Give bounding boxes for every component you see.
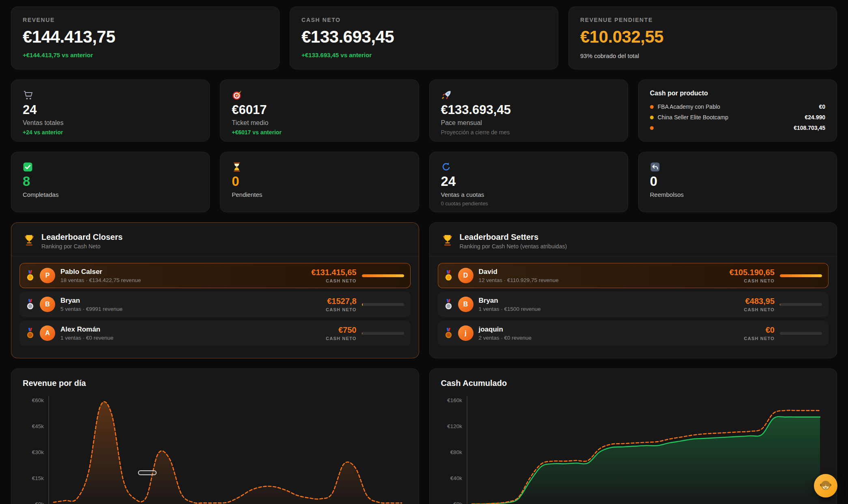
leaderboard-value: €105.190,65 bbox=[730, 268, 775, 277]
leaderboard-value-label: CASH NETO bbox=[311, 278, 356, 283]
svg-text:€80k: €80k bbox=[450, 449, 462, 455]
product-row: €108.703,45 bbox=[650, 125, 825, 131]
leaderboard-name: Alex Román bbox=[60, 325, 321, 334]
rocket-icon bbox=[441, 90, 616, 101]
stat-card-reembolsos: 0 Reembolsos bbox=[638, 152, 837, 212]
leaderboard-meta: 18 ventas · €134.422,75 revenue bbox=[60, 277, 306, 283]
progress-fill bbox=[362, 274, 404, 277]
gold-medal-icon bbox=[444, 270, 453, 281]
leaderboard-subtitle: Ranking por Cash Neto (ventas atribuidas… bbox=[460, 243, 567, 250]
stat-note: 0 cuotas pendientes bbox=[441, 200, 616, 207]
leaderboard-closers-card: Leaderboard Closers Ranking por Cash Net… bbox=[11, 222, 419, 358]
kpi-delta: +€133.693,45 vs anterior bbox=[301, 52, 547, 58]
kpi-card-cash-neto: CASH NETO €133.693,45 +€133.693,45 vs an… bbox=[290, 6, 558, 69]
leaderboard-header: Leaderboard Closers Ranking por Cash Net… bbox=[11, 223, 419, 256]
leaderboard-meta: 12 ventas · €110.929,75 revenue bbox=[479, 277, 724, 283]
leaderboard-value: €1527,8 bbox=[326, 297, 356, 306]
kpi-label: Pace mensual bbox=[441, 119, 616, 127]
leaderboard-row: A Alex Román 1 ventas · €0 revenue €750 … bbox=[19, 321, 411, 346]
chart-canvas: €160k€120k€80k€40k€0k bbox=[441, 394, 826, 504]
product-row: China Seller Elite Bootcamp €24.990 bbox=[650, 114, 825, 121]
leaderboards-row: Leaderboard Closers Ranking por Cash Net… bbox=[11, 222, 837, 358]
kpi-card-revenue: REVENUE €144.413,75 +€144.413,75 vs ante… bbox=[11, 6, 280, 69]
kpi-row-mid: 24 Ventas totales +24 vs anterior €6017 … bbox=[11, 80, 837, 142]
leaderboard-value: €131.415,65 bbox=[311, 268, 356, 277]
leaderboard-name: Pablo Calser bbox=[60, 268, 306, 276]
kpi-card-ticket-medio: €6017 Ticket medio +€6017 vs anterior bbox=[220, 80, 419, 142]
stat-value: 0 bbox=[232, 174, 407, 189]
silver-medal-icon bbox=[444, 299, 453, 310]
leaderboard-subtitle: Ranking por Cash Neto bbox=[41, 243, 123, 250]
bronze-medal-icon bbox=[26, 328, 34, 339]
chart-title: Revenue por día bbox=[23, 379, 407, 388]
leaderboard-rows: P Pablo Calser 18 ventas · €134.422,75 r… bbox=[11, 256, 419, 352]
product-value: €0 bbox=[819, 103, 825, 110]
kpi-delta: +24 vs anterior bbox=[23, 129, 198, 136]
svg-text:€0k: €0k bbox=[453, 501, 462, 504]
charts-row: Revenue por día €60k€45k€30k€15k€0k Cash… bbox=[11, 368, 837, 504]
leaderboard-value-label: CASH NETO bbox=[326, 336, 356, 341]
kpi-note: 93% cobrado del total bbox=[580, 52, 825, 59]
progress-bar bbox=[362, 274, 404, 277]
stat-label: Reembolsos bbox=[650, 191, 825, 198]
product-value: €108.703,45 bbox=[794, 125, 825, 131]
chart-scrubber[interactable] bbox=[138, 470, 157, 475]
return-icon bbox=[650, 162, 825, 172]
chart-title: Cash Acumulado bbox=[441, 379, 826, 388]
card-title: Cash por producto bbox=[650, 90, 825, 97]
stat-label: Ventas a cuotas bbox=[441, 191, 616, 198]
leaderboard-row: D David 12 ventas · €110.929,75 revenue … bbox=[438, 263, 829, 288]
product-value: €24.990 bbox=[805, 114, 825, 121]
dashboard: REVENUE €144.413,75 +€144.413,75 vs ante… bbox=[0, 0, 848, 504]
stat-card-ventas-a-cuotas: 24 Ventas a cuotas 0 cuotas pendientes bbox=[429, 152, 628, 212]
progress-bar bbox=[780, 274, 822, 277]
svg-text:€45k: €45k bbox=[32, 423, 44, 429]
svg-text:€120k: €120k bbox=[447, 423, 462, 429]
check-icon bbox=[23, 162, 198, 172]
kpi-value: €6017 bbox=[232, 103, 407, 117]
monkey-icon bbox=[819, 479, 832, 493]
kpi-delta: +€6017 vs anterior bbox=[232, 129, 407, 136]
progress-bar bbox=[362, 303, 404, 306]
progress-fill bbox=[362, 332, 362, 335]
kpi-card-pace-mensual: €133.693,45 Pace mensual Proyección a ci… bbox=[429, 80, 628, 142]
privacy-fab-button[interactable] bbox=[814, 474, 837, 498]
progress-fill bbox=[780, 274, 822, 277]
leaderboard-rows: D David 12 ventas · €110.929,75 revenue … bbox=[430, 256, 837, 352]
kpi-label: CASH NETO bbox=[301, 17, 547, 23]
progress-fill bbox=[780, 303, 780, 306]
gold-medal-icon bbox=[26, 270, 34, 281]
product-dot bbox=[650, 116, 654, 119]
svg-text:€15k: €15k bbox=[32, 475, 44, 481]
leaderboard-value-label: CASH NETO bbox=[730, 278, 775, 283]
avatar: D bbox=[458, 268, 474, 283]
kpi-value: €144.413,75 bbox=[23, 27, 268, 47]
kpi-value: €133.693,45 bbox=[441, 103, 616, 117]
leaderboard-row: j joaquin 2 ventas · €0 revenue €0 CASH … bbox=[438, 321, 829, 346]
svg-text:€160k: €160k bbox=[447, 397, 462, 403]
leaderboard-value-label: CASH NETO bbox=[326, 307, 356, 312]
leaderboard-header: Leaderboard Setters Ranking por Cash Net… bbox=[430, 223, 837, 256]
stat-card-completadas: 8 Completadas bbox=[11, 152, 210, 212]
leaderboard-value: €750 bbox=[326, 325, 356, 335]
stat-value: 0 bbox=[650, 174, 825, 189]
product-name: China Seller Elite Bootcamp bbox=[658, 114, 801, 121]
leaderboard-title: Leaderboard Closers bbox=[41, 233, 123, 242]
svg-text:€60k: €60k bbox=[32, 397, 44, 403]
silver-medal-icon bbox=[26, 299, 34, 310]
revenue-por-dia-chart-card: Revenue por día €60k€45k€30k€15k€0k bbox=[11, 368, 419, 504]
cash-por-producto-card: Cash por producto FBA Academy con Pablo … bbox=[638, 80, 837, 142]
stats-row: 8 Completadas 0 Pendientes 24 Ventas a c… bbox=[11, 152, 837, 212]
leaderboard-title: Leaderboard Setters bbox=[460, 233, 567, 242]
leaderboard-value: €0 bbox=[744, 325, 775, 335]
product-list: FBA Academy con Pablo €0 China Seller El… bbox=[650, 103, 825, 131]
leaderboard-name: joaquin bbox=[479, 325, 739, 334]
leaderboard-value-label: CASH NETO bbox=[744, 307, 775, 312]
trophy-icon bbox=[23, 234, 36, 248]
product-dot bbox=[650, 105, 654, 109]
leaderboard-name: Bryan bbox=[479, 297, 739, 305]
stat-value: 8 bbox=[23, 174, 198, 189]
avatar: B bbox=[40, 297, 55, 312]
leaderboard-row: B Bryan 1 ventas · €1500 revenue €483,95… bbox=[438, 292, 829, 317]
trophy-icon bbox=[441, 234, 454, 248]
